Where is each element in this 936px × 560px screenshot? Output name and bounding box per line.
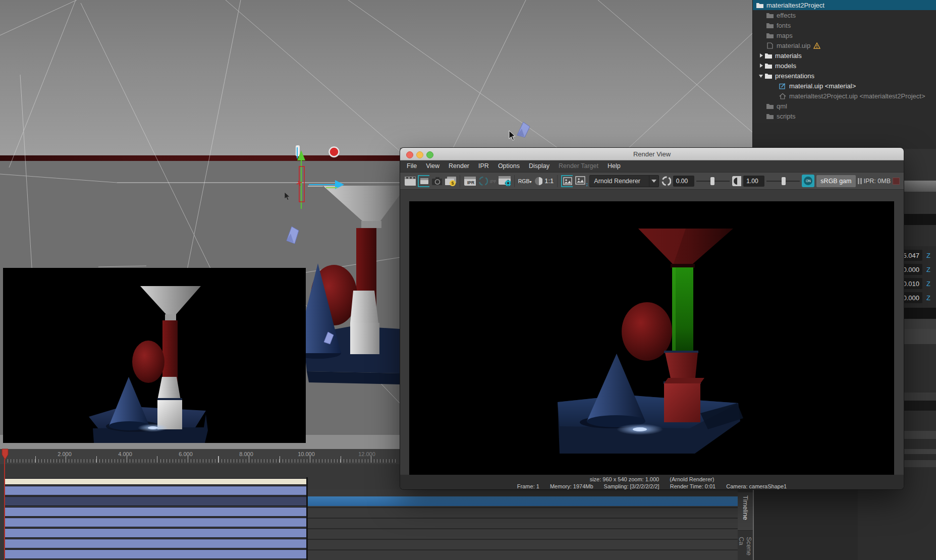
- render-current-frame-icon[interactable]: [404, 176, 416, 187]
- folder-icon: [766, 32, 774, 39]
- folder-icon: [765, 52, 773, 59]
- track-bar-cream[interactable]: [4, 478, 306, 485]
- track-bar[interactable]: [4, 528, 306, 538]
- light-widget-red[interactable]: [328, 146, 340, 157]
- track-bar-selected[interactable]: [4, 496, 306, 506]
- track-bar[interactable]: [4, 549, 306, 559]
- renderer-dropdown[interactable]: Arnold Renderer: [589, 175, 659, 187]
- track-bar[interactable]: [4, 507, 306, 517]
- render-settings-icon[interactable]: [498, 175, 511, 187]
- timeline-ruler[interactable]: 2.000 4.000 6.000 8.000 10.000 12.000: [0, 449, 400, 464]
- folder-icon: [766, 12, 774, 19]
- tree-item-label: material.uip: [777, 42, 810, 49]
- tree-row-maps[interactable]: maps: [753, 30, 936, 40]
- status-sampling: Sampling: [3/2/2/2/2/2]: [604, 483, 659, 489]
- tree-row-project-root[interactable]: materialtest2Project: [753, 0, 936, 10]
- folder-icon: [766, 22, 774, 29]
- track-bar[interactable]: [4, 518, 306, 527]
- expand-arrow-icon[interactable]: [760, 53, 763, 58]
- window-titlebar[interactable]: Render View: [400, 148, 904, 160]
- tree-row-scripts[interactable]: scripts: [753, 111, 936, 121]
- remove-image-icon[interactable]: x: [575, 175, 587, 187]
- gamma-field[interactable]: 1.00: [743, 176, 764, 187]
- background-scene-objects: [295, 186, 407, 384]
- alpha-channel-icon[interactable]: [534, 176, 543, 186]
- folder-icon: [766, 103, 774, 109]
- minimize-button[interactable]: [416, 151, 423, 158]
- camera-pin-icon[interactable]: [517, 122, 530, 137]
- rendered-image-canvas[interactable]: [409, 201, 894, 475]
- ipr-memory-label: IPR: 0MB: [864, 178, 891, 185]
- tree-row-material-uip[interactable]: material.uip: [753, 40, 936, 50]
- svg-text:IPR: IPR: [490, 179, 496, 184]
- zoom-one-to-one-button[interactable]: 1:1: [544, 177, 554, 185]
- track-bar[interactable]: [4, 539, 306, 548]
- tree-row-qml[interactable]: qml: [753, 101, 936, 111]
- contrast-icon[interactable]: [732, 176, 742, 187]
- tree-row-fonts[interactable]: fonts: [753, 20, 936, 30]
- menu-ipr[interactable]: IPR: [474, 160, 493, 172]
- tree-row-materials[interactable]: materials: [753, 50, 936, 61]
- toolbar-separator: [557, 175, 558, 187]
- warning-icon: [813, 42, 821, 49]
- close-button[interactable]: [406, 151, 413, 158]
- menu-render[interactable]: Render: [444, 160, 474, 172]
- track-column-divider: [306, 489, 308, 560]
- tree-row-presentations[interactable]: presentations: [753, 71, 936, 81]
- playhead-line[interactable]: [4, 459, 5, 560]
- tree-item-label: scripts: [777, 113, 796, 120]
- keep-image-icon[interactable]: $: [444, 176, 456, 187]
- toolbar-separator: [514, 175, 515, 187]
- menu-file[interactable]: File: [402, 160, 421, 172]
- snapshot-camera-icon[interactable]: [431, 176, 442, 186]
- renderer-dropdown-value: Arnold Renderer: [594, 178, 640, 185]
- refresh-render-icon[interactable]: [661, 176, 671, 187]
- gamma-slider[interactable]: [766, 176, 800, 187]
- exposure-slider[interactable]: [696, 176, 730, 187]
- expand-arrow-icon[interactable]: [760, 64, 763, 68]
- status-renderer: (Arnold Renderer): [670, 476, 714, 482]
- ipr-refresh-disabled-icon: IPR: [478, 176, 496, 187]
- zoom-button[interactable]: [426, 151, 433, 158]
- camera-pin-icon[interactable]: [287, 227, 299, 244]
- menu-help[interactable]: Help: [603, 160, 625, 172]
- menu-display[interactable]: Display: [524, 160, 554, 172]
- pause-icon[interactable]: [858, 178, 862, 184]
- color-space-button[interactable]: sRGB gam: [816, 175, 855, 187]
- playhead-marker[interactable]: [1, 449, 10, 461]
- home-icon: [779, 93, 787, 99]
- tree-item-label: effects: [777, 12, 796, 19]
- ipr-status-swatch: [893, 178, 900, 185]
- collapse-arrow-icon[interactable]: [759, 75, 763, 78]
- tab-timeline[interactable]: Timeline: [738, 492, 753, 531]
- tree-item-label: qml: [777, 102, 787, 110]
- pan-zoom-image-icon[interactable]: [561, 175, 573, 187]
- folder-icon: [766, 113, 774, 120]
- menu-render-target: Render Target: [554, 160, 603, 172]
- z-axis-label: Z: [926, 264, 933, 275]
- exposure-field[interactable]: 0.00: [673, 176, 694, 187]
- menu-view[interactable]: View: [421, 160, 444, 172]
- mouse-cursor-icon: [509, 130, 517, 141]
- ruler-major-ticks: [5, 456, 398, 463]
- status-frame: Frame: 1: [517, 483, 539, 489]
- color-management-toggle[interactable]: ON: [802, 175, 814, 187]
- toolbar-separator: [460, 175, 460, 187]
- timeline-selected-row[interactable]: [308, 496, 738, 506]
- tree-row-effects[interactable]: effects: [753, 10, 936, 20]
- tree-row-material-uip-presentation[interactable]: material.uip <material>: [753, 81, 936, 91]
- file-icon: [766, 42, 774, 49]
- track-bar[interactable]: [4, 486, 306, 495]
- tree-row-project-uip-presentation[interactable]: materialtest2Project.uip <materialtest2P…: [753, 91, 936, 101]
- scene-preview-viewport[interactable]: [3, 268, 306, 443]
- tree-row-models[interactable]: models: [753, 61, 936, 71]
- render-view-window: Render View File View Render IPR Options…: [400, 148, 904, 489]
- tree-item-label: presentations: [775, 72, 814, 80]
- menu-bar: File View Render IPR Options Display Ren…: [400, 160, 904, 172]
- display-rgb-channels-button[interactable]: RGB▾: [518, 178, 532, 184]
- menu-options[interactable]: Options: [493, 160, 524, 172]
- svg-text:IPR: IPR: [467, 180, 474, 185]
- ipr-render-icon[interactable]: IPR: [464, 176, 476, 187]
- tab-scene-camera[interactable]: Scene Ca: [738, 534, 753, 560]
- render-region-icon[interactable]: [418, 175, 429, 187]
